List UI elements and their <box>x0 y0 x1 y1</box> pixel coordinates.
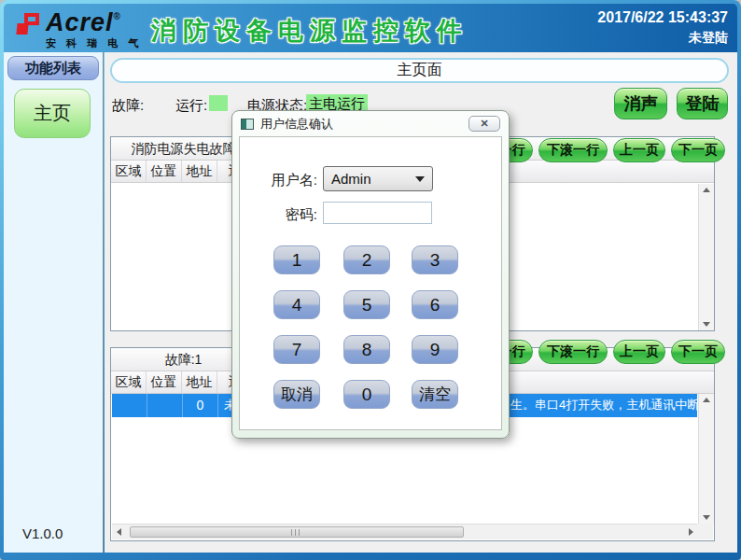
password-label: 密码: <box>240 206 317 224</box>
top-table-vertical-scrollbar[interactable] <box>698 184 714 330</box>
dialog-body: 用户名: Admin 密码: 1 2 3 4 5 6 7 8 9 取消 0 清空 <box>239 136 502 430</box>
col-address: 地址 <box>182 371 217 393</box>
chevron-down-icon <box>415 176 425 182</box>
run-status-indicator <box>209 95 228 111</box>
acrel-logo-icon <box>17 13 41 37</box>
username-label: 用户名: <box>240 172 317 189</box>
col-position: 位置 <box>147 371 182 393</box>
keypad-button-0[interactable]: 0 <box>343 380 390 409</box>
version-label: V1.0.0 <box>22 525 63 541</box>
sidebar-item-home[interactable]: 主页 <box>14 89 91 138</box>
keypad-button-9[interactable]: 9 <box>412 335 458 364</box>
scroll-up-arrow-icon[interactable] <box>703 398 710 402</box>
cancel-button[interactable]: 取消 <box>273 380 320 409</box>
keypad-button-6[interactable]: 6 <box>412 290 458 319</box>
app-window: Acrel ® 安 科 瑞 电 气 消防设备电源监控软件 2017/6/22 1… <box>0 0 741 560</box>
scroll-down-arrow-icon[interactable] <box>703 515 710 520</box>
keypad-button-4[interactable]: 4 <box>273 290 320 319</box>
bottom-table-horizontal-scrollbar[interactable] <box>112 524 697 539</box>
horizontal-scrollbar-thumb[interactable] <box>130 526 464 538</box>
keypad-button-3[interactable]: 3 <box>412 245 458 274</box>
cell-region <box>112 394 147 417</box>
mute-button[interactable]: 消声 <box>614 88 667 119</box>
keypad-button-2[interactable]: 2 <box>343 245 390 274</box>
login-status: 未登陆 <box>597 30 728 47</box>
registered-mark: ® <box>114 11 120 21</box>
scroll-up-arrow-icon[interactable] <box>703 188 710 192</box>
scroll-left-arrow-icon[interactable] <box>117 528 121 536</box>
password-field[interactable] <box>323 202 432 224</box>
keypad-button-7[interactable]: 7 <box>273 335 320 364</box>
username-select[interactable]: Admin <box>323 166 433 191</box>
user-confirm-dialog: 用户信息确认 ✕ 用户名: Admin 密码: 1 2 3 4 5 6 7 8 … <box>231 110 510 439</box>
dialog-close-button[interactable]: ✕ <box>468 116 500 132</box>
bottom-table-vertical-scrollbar[interactable] <box>698 394 714 524</box>
cell-position <box>147 394 183 417</box>
top-prev-page-button[interactable]: 上一页 <box>613 138 665 162</box>
datetime: 2017/6/22 15:43:37 <box>597 9 728 26</box>
logo-text: Acrel ® 安 科 瑞 电 气 <box>46 10 142 50</box>
keypad-button-8[interactable]: 8 <box>343 335 390 364</box>
sidebar: 功能列表 主页 V1.0.0 <box>4 52 104 553</box>
dialog-window-icon <box>241 119 254 130</box>
top-scroll-down-row-button[interactable]: 下滚一行 <box>538 138 608 162</box>
logo-square-solid <box>16 23 28 35</box>
login-button[interactable]: 登陆 <box>677 88 728 119</box>
sidebar-function-list-button[interactable]: 功能列表 <box>7 56 99 80</box>
fault-label: 故障: <box>112 97 144 115</box>
acrel-logo: Acrel ® 安 科 瑞 电 气 <box>17 10 142 50</box>
col-region: 区域 <box>111 161 147 182</box>
scroll-down-arrow-icon[interactable] <box>703 322 710 327</box>
run-label: 运行: <box>175 97 207 115</box>
col-region: 区域 <box>111 371 147 393</box>
cell-address: 0 <box>183 394 218 417</box>
keypad-button-1[interactable]: 1 <box>273 245 320 274</box>
dialog-titlebar[interactable]: 用户信息确认 ✕ <box>232 111 509 136</box>
bottom-next-page-button[interactable]: 下一页 <box>671 340 725 364</box>
dialog-title: 用户信息确认 <box>260 116 333 133</box>
bottom-scroll-down-row-button[interactable]: 下滚一行 <box>538 340 608 364</box>
col-address: 地址 <box>182 161 217 182</box>
scroll-right-arrow-icon[interactable] <box>689 528 693 536</box>
cell-message: 生。串口4打开失败，主机通讯中断。 <box>510 394 711 416</box>
scrollbar-corner <box>697 524 713 539</box>
header-right: 2017/6/22 15:43:37 未登陆 <box>597 9 728 47</box>
brand-name: Acrel <box>46 10 114 35</box>
app-titlebar: Acrel ® 安 科 瑞 电 气 消防设备电源监控软件 2017/6/22 1… <box>4 4 737 52</box>
top-next-page-button[interactable]: 下一页 <box>671 138 725 162</box>
col-position: 位置 <box>147 161 182 182</box>
username-selected-value: Admin <box>331 171 371 187</box>
app-title: 消防设备电源监控软件 <box>151 14 468 48</box>
keypad-button-5[interactable]: 5 <box>343 290 390 319</box>
brand-chinese: 安 科 瑞 电 气 <box>46 36 142 50</box>
scrollbar-grip-icon <box>291 529 302 536</box>
clear-button[interactable]: 清空 <box>412 380 458 409</box>
bottom-prev-page-button[interactable]: 上一页 <box>613 340 665 364</box>
page-title: 主页面 <box>110 58 729 83</box>
